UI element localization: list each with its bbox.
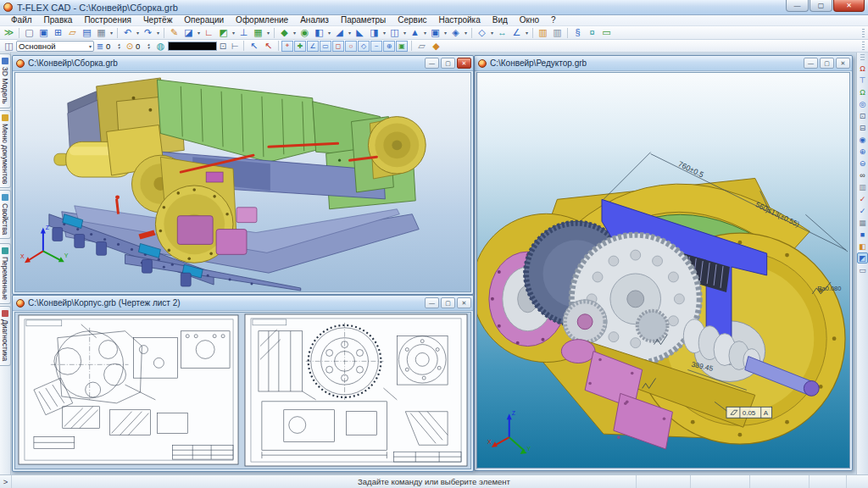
zoom-in-icon[interactable]: ⊕ bbox=[857, 146, 868, 157]
filter-outline-icon[interactable]: ◻ bbox=[332, 41, 344, 52]
window-reducer-caption[interactable]: C:\Конвейр\Редуктор.grb — ▢ ✕ bbox=[475, 56, 852, 71]
print-dropdown-icon[interactable]: ▾ bbox=[108, 30, 114, 36]
child-close-button[interactable]: ✕ bbox=[457, 58, 471, 69]
spin-down-icon[interactable]: ▾ bbox=[118, 46, 124, 49]
array-dropdown-icon[interactable]: ▾ bbox=[442, 30, 448, 36]
assembly-dropdown-icon[interactable]: ▾ bbox=[489, 30, 495, 36]
filter-hatch-icon[interactable]: ⊕ bbox=[383, 41, 395, 52]
assembly-icon[interactable]: ◇ bbox=[475, 27, 489, 39]
paperclip-icon[interactable]: § bbox=[570, 27, 585, 39]
filter-dims-icon[interactable]: ◇ bbox=[358, 41, 370, 52]
menu-annotation[interactable]: Оформление bbox=[230, 15, 294, 25]
render-icon[interactable]: ◆ bbox=[429, 40, 443, 52]
undo-dropdown-icon[interactable]: ▾ bbox=[135, 30, 141, 36]
macros-icon[interactable]: ¤ bbox=[585, 27, 599, 39]
menu-constructions[interactable]: Построения bbox=[78, 15, 137, 25]
shaded-icon[interactable]: ■ bbox=[857, 229, 868, 240]
child-close-button[interactable]: ✕ bbox=[457, 297, 471, 308]
redo-dropdown-icon[interactable]: ▾ bbox=[155, 30, 161, 36]
tab-properties[interactable]: Свойства bbox=[0, 190, 11, 239]
toolbar-grip[interactable] bbox=[862, 42, 865, 50]
select-arrow-icon[interactable]: ↖ bbox=[247, 40, 261, 52]
snap-on-icon[interactable]: Ω bbox=[857, 86, 868, 97]
face-op-icon[interactable]: ▲ bbox=[408, 27, 422, 39]
child-close-button[interactable]: ✕ bbox=[836, 58, 850, 69]
layer-spinner[interactable]: ▴▾ bbox=[118, 42, 124, 49]
window-assembly[interactable]: C:\Конвейр\Сборка.grb — ▢ ✕ bbox=[12, 55, 474, 295]
hole-op-icon[interactable]: ◫ bbox=[387, 27, 402, 39]
measure-icon[interactable]: ∠ bbox=[509, 27, 524, 39]
child-restore-button[interactable]: ▢ bbox=[441, 297, 455, 308]
zoom-out-icon[interactable]: ⊖ bbox=[857, 158, 868, 169]
toolbar-grip[interactable] bbox=[862, 29, 865, 37]
smart-dimension-icon[interactable]: ↔ bbox=[495, 27, 509, 39]
grid-icon[interactable]: ▦ bbox=[251, 27, 265, 39]
reducer-3d-viewport[interactable]: 760±0.5 560js13(±0.55) Ra0.080 389.45 bbox=[476, 72, 850, 469]
spin-down-icon[interactable]: ▾ bbox=[147, 46, 153, 49]
zoom-dynamic-icon[interactable]: ◉ bbox=[857, 134, 868, 145]
filter-nodes-icon[interactable]: ⌖ bbox=[281, 41, 293, 52]
tab-diagnostics[interactable]: Диагностика bbox=[0, 306, 11, 365]
filter-lines-icon[interactable]: ✚ bbox=[294, 41, 306, 52]
filter-text-icon[interactable]: ▣ bbox=[396, 41, 408, 52]
view-pages-icon[interactable]: ▥ bbox=[857, 181, 868, 192]
level-icon[interactable]: ⊙ bbox=[124, 40, 136, 52]
face-dropdown-icon[interactable]: ▾ bbox=[422, 30, 428, 36]
fragment-icon[interactable]: ◈ bbox=[448, 27, 463, 39]
boolean-op-icon[interactable]: ◧ bbox=[312, 27, 326, 39]
dock-grip[interactable] bbox=[860, 54, 865, 61]
snap-pin-icon[interactable]: ⊤ bbox=[857, 75, 868, 86]
array-op-icon[interactable]: ▣ bbox=[428, 27, 442, 39]
menu-drawing[interactable]: Чертёж bbox=[137, 15, 178, 25]
redraw-icon[interactable]: ✓ bbox=[857, 193, 868, 204]
open-folder-icon[interactable]: ▱ bbox=[65, 27, 80, 39]
menu-edit[interactable]: Правка bbox=[38, 15, 79, 25]
menu-window[interactable]: Окно bbox=[514, 15, 545, 25]
blend-dropdown-icon[interactable]: ▾ bbox=[347, 30, 353, 36]
restore-button[interactable]: ▢ bbox=[810, 0, 832, 12]
world-icon[interactable]: ◍ bbox=[153, 40, 168, 52]
shaded-edges-icon[interactable]: ◩ bbox=[857, 252, 868, 263]
menu-help[interactable]: ? bbox=[545, 15, 562, 25]
workplane-dropdown-icon[interactable]: ▾ bbox=[196, 30, 202, 36]
rotation-op-icon[interactable]: ◉ bbox=[298, 27, 312, 39]
menu-file[interactable]: Файл bbox=[5, 15, 38, 25]
tab-3d-model[interactable]: 3D Модель bbox=[0, 53, 11, 108]
save-icon[interactable]: ▤ bbox=[80, 27, 94, 39]
menu-operations[interactable]: Операции bbox=[178, 15, 230, 25]
zoom-area-icon[interactable]: ◎ bbox=[857, 98, 868, 109]
window-assembly-caption[interactable]: C:\Конвейр\Сборка.grb — ▢ ✕ bbox=[13, 56, 473, 71]
assembly-3d-viewport[interactable]: Z X Y bbox=[14, 72, 471, 292]
window-drawing[interactable]: C:\Конвейр\Корпус.grb (Чертеж лист 2) — … bbox=[12, 295, 474, 472]
draw-mode-icon[interactable]: ✎ bbox=[167, 27, 181, 39]
binoculars-icon[interactable]: ∞ bbox=[857, 169, 868, 180]
tab-document-menu[interactable]: Меню документов bbox=[0, 110, 11, 188]
new-view-icon[interactable]: ▭ bbox=[857, 264, 868, 275]
undo-icon[interactable]: ↶ bbox=[120, 27, 135, 39]
clip-icon[interactable]: ▱ bbox=[415, 40, 429, 52]
command-prompt[interactable]: > bbox=[0, 475, 12, 488]
workplane-3d-dropdown-icon[interactable]: ▾ bbox=[231, 30, 236, 36]
textured-icon[interactable]: ◧ bbox=[857, 241, 868, 252]
shell-dropdown-icon[interactable]: ▾ bbox=[381, 30, 387, 36]
local-cs-icon[interactable]: ⊥ bbox=[236, 27, 251, 39]
redo-icon[interactable]: ↷ bbox=[141, 27, 155, 39]
grid-toggle-icon[interactable]: ⊡ bbox=[217, 40, 229, 52]
minimize-button[interactable]: — bbox=[786, 0, 809, 12]
hole-dropdown-icon[interactable]: ▾ bbox=[402, 30, 408, 36]
menu-view[interactable]: Вид bbox=[487, 15, 514, 25]
level-spinner[interactable]: ▴▾ bbox=[147, 42, 153, 49]
workplane-icon[interactable]: ◪ bbox=[181, 27, 196, 39]
workplane-3d-icon[interactable]: ◩ bbox=[216, 27, 231, 39]
open-prototype-icon[interactable]: ⊞ bbox=[51, 27, 65, 39]
print-icon[interactable]: ▦ bbox=[94, 27, 108, 39]
doc-pages-icon[interactable]: ◫ bbox=[2, 40, 16, 52]
filter-circles-icon[interactable]: ○ bbox=[345, 41, 357, 52]
show-panels-icon[interactable]: ≫ bbox=[2, 27, 16, 39]
layer-value[interactable]: 0 bbox=[106, 42, 118, 51]
close-button[interactable]: ✕ bbox=[833, 0, 865, 12]
level-value[interactable]: 0 bbox=[136, 42, 147, 51]
filter-splines-icon[interactable]: ~ bbox=[370, 41, 382, 52]
child-minimize-button[interactable]: — bbox=[804, 58, 818, 69]
regenerate-icon[interactable]: ✓ bbox=[857, 205, 868, 216]
